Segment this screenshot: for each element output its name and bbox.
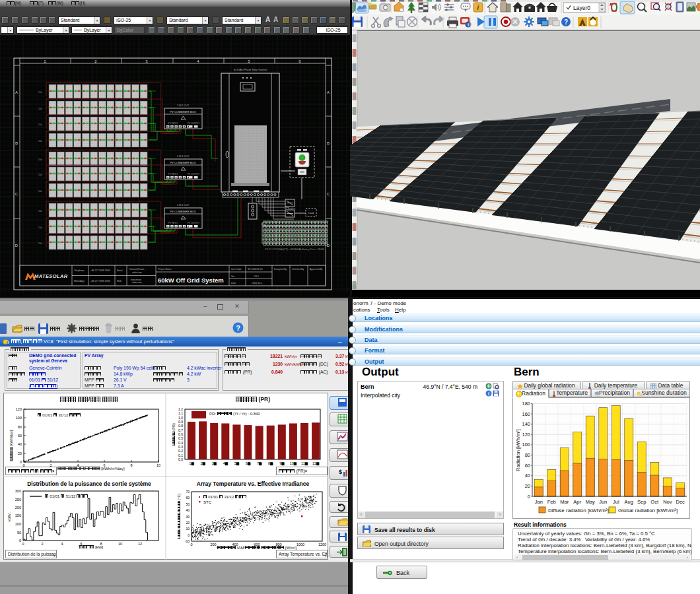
svg-text:PV COMBINER BOX: PV COMBINER BOX bbox=[170, 161, 196, 164]
svg-text:120: 120 bbox=[16, 407, 22, 411]
svg-text:C: C bbox=[327, 192, 330, 196]
svg-text:PV OUTPUT: PV OUTPUT bbox=[188, 173, 199, 176]
svg-text:Designed By: Designed By bbox=[274, 268, 287, 271]
svg-text:9▆: 9▆ bbox=[279, 461, 285, 466]
svg-text:Layer0: Layer0 bbox=[573, 5, 590, 11]
svg-text:10x: 10x bbox=[38, 140, 42, 143]
svg-text:+86 177 5698 2906: +86 177 5698 2906 bbox=[90, 269, 110, 272]
svg-text:+86 177 5698 2906: +86 177 5698 2906 bbox=[90, 280, 110, 282]
svg-text:60: 60 bbox=[525, 463, 530, 469]
svg-text:?: ? bbox=[236, 324, 240, 332]
svg-text:Array Temperature vs. Effectiv: Array Temperature vs. Effective Irradian… bbox=[197, 480, 310, 487]
svg-text:160: 160 bbox=[522, 411, 530, 417]
svg-text:Jun: Jun bbox=[599, 499, 607, 505]
svg-text:2022-11-1: 2022-11-1 bbox=[252, 282, 262, 284]
svg-text:$: $ bbox=[339, 469, 342, 475]
svg-text:0.5: 0.5 bbox=[178, 436, 183, 440]
svg-text:Dec: Dec bbox=[676, 499, 685, 505]
svg-text:30: 30 bbox=[186, 515, 190, 519]
svg-text:80: 80 bbox=[18, 425, 22, 429]
svg-text:Nov: Nov bbox=[663, 499, 672, 505]
svg-text:20: 20 bbox=[525, 483, 530, 489]
svg-text:5▆: 5▆ bbox=[234, 461, 240, 466]
svg-text:10x: 10x bbox=[38, 108, 42, 110]
svg-text:0.9: 0.9 bbox=[178, 420, 183, 424]
svg-text:0.1: 0.1 bbox=[178, 453, 183, 457]
svg-text:Oct: Oct bbox=[650, 499, 659, 505]
svg-text:100: 100 bbox=[522, 442, 530, 447]
svg-text:10x: 10x bbox=[38, 123, 42, 126]
svg-text:Item Code: Item Code bbox=[231, 268, 242, 271]
svg-text:-10: -10 bbox=[185, 539, 190, 543]
svg-text:Ver: Ver bbox=[231, 275, 235, 278]
svg-text:20: 20 bbox=[186, 521, 190, 525]
svg-text:0: 0 bbox=[20, 460, 22, 464]
svg-text:solar.com: solar.com bbox=[132, 271, 142, 274]
svg-text:PV OUTPUT: PV OUTPUT bbox=[188, 222, 199, 224]
svg-text:6*3.2V / 20*100Ah(1*2) = 38V/6: 6*3.2V / 20*100Ah(1*2) = 38V/600Ah Batte… bbox=[265, 248, 325, 251]
svg-text:Sep: Sep bbox=[637, 499, 646, 505]
svg-text:MATESOLAR: MATESOLAR bbox=[34, 273, 68, 279]
svg-text:Diffuse radiation [kWh/m²]: Diffuse radiation [kWh/m²] bbox=[548, 508, 609, 513]
svg-text:10x: 10x bbox=[38, 174, 42, 176]
svg-text:60 kVA 3 Phase Solar Inverter: 60 kVA 3 Phase Solar Inverter bbox=[234, 69, 267, 71]
svg-text:120: 120 bbox=[522, 432, 530, 438]
svg-text:40: 40 bbox=[186, 508, 190, 512]
svg-text:B: B bbox=[15, 141, 18, 145]
svg-text:0: 0 bbox=[188, 533, 190, 537]
svg-text:0.0: 0.0 bbox=[178, 457, 183, 461]
svg-text:140: 140 bbox=[522, 421, 530, 427]
svg-text:Date: Date bbox=[231, 282, 236, 284]
svg-text:SP-2022/11-05: SP-2022/11-05 bbox=[248, 268, 263, 271]
svg-text:3 IN 1 OUT: 3 IN 1 OUT bbox=[177, 155, 190, 158]
svg-text:Project Name: Project Name bbox=[158, 268, 172, 271]
svg-text:12: 12 bbox=[138, 542, 142, 546]
svg-text:i: i bbox=[488, 391, 489, 396]
svg-text:10x: 10x bbox=[38, 91, 42, 94]
svg-text:0: 0 bbox=[190, 543, 192, 546]
svg-text:10x: 10x bbox=[38, 242, 42, 245]
svg-text:Approved By: Approved By bbox=[310, 268, 323, 271]
svg-text:Load: Load bbox=[308, 212, 314, 214]
svg-text:Distribution de la puissance d: Distribution de la puissance de sortie s… bbox=[27, 480, 151, 487]
svg-text:1200: 1200 bbox=[318, 543, 326, 546]
svg-text:0: 0 bbox=[22, 542, 24, 546]
svg-text:Apr: Apr bbox=[573, 499, 581, 505]
svg-text:10: 10 bbox=[157, 463, 160, 467]
svg-text:100: 100 bbox=[16, 416, 22, 420]
svg-text:10: 10 bbox=[118, 542, 122, 546]
svg-text:i: i bbox=[468, 22, 469, 27]
svg-text:4▆: 4▆ bbox=[223, 461, 228, 466]
svg-text:70: 70 bbox=[186, 490, 190, 494]
svg-text:A: A bbox=[15, 90, 18, 94]
svg-text:www.mate-: www.mate- bbox=[131, 279, 142, 281]
svg-text:300: 300 bbox=[15, 489, 21, 493]
svg-text:200: 200 bbox=[210, 543, 216, 546]
svg-text:10x: 10x bbox=[38, 210, 42, 213]
svg-text:12▆: 12▆ bbox=[312, 461, 320, 466]
svg-text:Checked By: Checked By bbox=[292, 268, 304, 271]
svg-text:Telephone: Telephone bbox=[74, 269, 85, 272]
svg-text:Mar: Mar bbox=[560, 499, 569, 505]
svg-text:1▆: 1▆ bbox=[189, 461, 194, 466]
svg-text:8: 8 bbox=[130, 463, 132, 467]
svg-text:4: 4 bbox=[61, 542, 63, 546]
svg-text:0.3: 0.3 bbox=[178, 445, 183, 449]
svg-text:0.7: 0.7 bbox=[178, 428, 183, 432]
svg-text:Aug: Aug bbox=[625, 499, 633, 505]
svg-text:0.8: 0.8 bbox=[178, 424, 183, 428]
svg-text:50: 50 bbox=[186, 502, 190, 506]
svg-text:Jul: Jul bbox=[613, 499, 619, 505]
svg-text:200: 200 bbox=[15, 506, 21, 510]
svg-text:80: 80 bbox=[525, 452, 530, 458]
svg-text:PV COMBINER BOX: PV COMBINER BOX bbox=[170, 110, 196, 114]
svg-text:250: 250 bbox=[15, 498, 21, 502]
svg-text:A: A bbox=[327, 90, 330, 94]
svg-text:PV OUTPUT: PV OUTPUT bbox=[188, 122, 199, 125]
svg-text:3 IN 1 OUT: 3 IN 1 OUT bbox=[177, 204, 190, 207]
svg-text:V1.0: V1.0 bbox=[254, 275, 259, 278]
svg-text:WhatsApp: WhatsApp bbox=[74, 280, 85, 282]
svg-text:i: i bbox=[477, 4, 479, 11]
svg-text:3 IN 1 OUT: 3 IN 1 OUT bbox=[177, 104, 190, 107]
svg-text:PV INPUT: PV INPUT bbox=[168, 122, 178, 125]
